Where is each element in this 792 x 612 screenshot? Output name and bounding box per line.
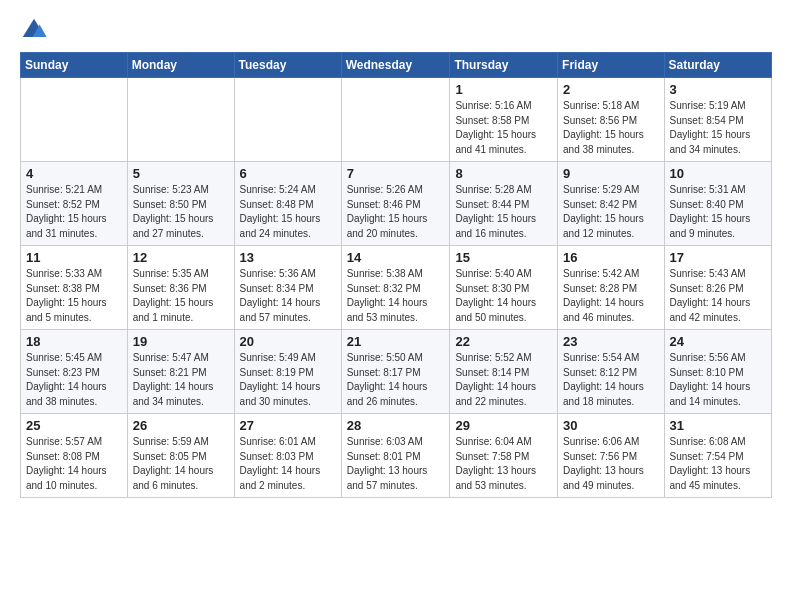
weekday-wednesday: Wednesday: [341, 53, 450, 78]
day-info: Sunrise: 6:08 AM Sunset: 7:54 PM Dayligh…: [670, 435, 766, 493]
day-cell: 1Sunrise: 5:16 AM Sunset: 8:58 PM Daylig…: [450, 78, 558, 162]
page: SundayMondayTuesdayWednesdayThursdayFrid…: [0, 0, 792, 508]
day-cell: 6Sunrise: 5:24 AM Sunset: 8:48 PM Daylig…: [234, 162, 341, 246]
day-number: 24: [670, 334, 766, 349]
day-number: 1: [455, 82, 552, 97]
day-info: Sunrise: 6:01 AM Sunset: 8:03 PM Dayligh…: [240, 435, 336, 493]
day-number: 6: [240, 166, 336, 181]
weekday-friday: Friday: [558, 53, 664, 78]
day-cell: 23Sunrise: 5:54 AM Sunset: 8:12 PM Dayli…: [558, 330, 664, 414]
day-info: Sunrise: 5:36 AM Sunset: 8:34 PM Dayligh…: [240, 267, 336, 325]
day-cell: 20Sunrise: 5:49 AM Sunset: 8:19 PM Dayli…: [234, 330, 341, 414]
day-number: 17: [670, 250, 766, 265]
day-number: 11: [26, 250, 122, 265]
day-cell: [21, 78, 128, 162]
day-cell: 19Sunrise: 5:47 AM Sunset: 8:21 PM Dayli…: [127, 330, 234, 414]
week-row-4: 18Sunrise: 5:45 AM Sunset: 8:23 PM Dayli…: [21, 330, 772, 414]
day-cell: 13Sunrise: 5:36 AM Sunset: 8:34 PM Dayli…: [234, 246, 341, 330]
day-info: Sunrise: 5:31 AM Sunset: 8:40 PM Dayligh…: [670, 183, 766, 241]
day-number: 20: [240, 334, 336, 349]
day-cell: 9Sunrise: 5:29 AM Sunset: 8:42 PM Daylig…: [558, 162, 664, 246]
day-number: 31: [670, 418, 766, 433]
day-number: 22: [455, 334, 552, 349]
day-cell: 4Sunrise: 5:21 AM Sunset: 8:52 PM Daylig…: [21, 162, 128, 246]
day-number: 3: [670, 82, 766, 97]
day-cell: 2Sunrise: 5:18 AM Sunset: 8:56 PM Daylig…: [558, 78, 664, 162]
day-number: 13: [240, 250, 336, 265]
day-info: Sunrise: 5:23 AM Sunset: 8:50 PM Dayligh…: [133, 183, 229, 241]
day-info: Sunrise: 5:33 AM Sunset: 8:38 PM Dayligh…: [26, 267, 122, 325]
weekday-monday: Monday: [127, 53, 234, 78]
day-number: 30: [563, 418, 658, 433]
day-number: 9: [563, 166, 658, 181]
day-cell: 12Sunrise: 5:35 AM Sunset: 8:36 PM Dayli…: [127, 246, 234, 330]
day-cell: 24Sunrise: 5:56 AM Sunset: 8:10 PM Dayli…: [664, 330, 771, 414]
day-info: Sunrise: 5:26 AM Sunset: 8:46 PM Dayligh…: [347, 183, 445, 241]
week-row-5: 25Sunrise: 5:57 AM Sunset: 8:08 PM Dayli…: [21, 414, 772, 498]
day-cell: 10Sunrise: 5:31 AM Sunset: 8:40 PM Dayli…: [664, 162, 771, 246]
day-number: 10: [670, 166, 766, 181]
day-info: Sunrise: 5:28 AM Sunset: 8:44 PM Dayligh…: [455, 183, 552, 241]
day-info: Sunrise: 5:19 AM Sunset: 8:54 PM Dayligh…: [670, 99, 766, 157]
day-number: 14: [347, 250, 445, 265]
day-number: 7: [347, 166, 445, 181]
day-info: Sunrise: 6:03 AM Sunset: 8:01 PM Dayligh…: [347, 435, 445, 493]
day-info: Sunrise: 5:56 AM Sunset: 8:10 PM Dayligh…: [670, 351, 766, 409]
day-cell: 28Sunrise: 6:03 AM Sunset: 8:01 PM Dayli…: [341, 414, 450, 498]
week-row-1: 1Sunrise: 5:16 AM Sunset: 8:58 PM Daylig…: [21, 78, 772, 162]
day-number: 2: [563, 82, 658, 97]
day-cell: 30Sunrise: 6:06 AM Sunset: 7:56 PM Dayli…: [558, 414, 664, 498]
day-info: Sunrise: 5:59 AM Sunset: 8:05 PM Dayligh…: [133, 435, 229, 493]
day-cell: 11Sunrise: 5:33 AM Sunset: 8:38 PM Dayli…: [21, 246, 128, 330]
day-cell: 22Sunrise: 5:52 AM Sunset: 8:14 PM Dayli…: [450, 330, 558, 414]
day-cell: [234, 78, 341, 162]
day-info: Sunrise: 6:06 AM Sunset: 7:56 PM Dayligh…: [563, 435, 658, 493]
day-info: Sunrise: 5:40 AM Sunset: 8:30 PM Dayligh…: [455, 267, 552, 325]
day-number: 15: [455, 250, 552, 265]
weekday-header-row: SundayMondayTuesdayWednesdayThursdayFrid…: [21, 53, 772, 78]
day-cell: 7Sunrise: 5:26 AM Sunset: 8:46 PM Daylig…: [341, 162, 450, 246]
weekday-sunday: Sunday: [21, 53, 128, 78]
day-cell: 8Sunrise: 5:28 AM Sunset: 8:44 PM Daylig…: [450, 162, 558, 246]
day-info: Sunrise: 5:16 AM Sunset: 8:58 PM Dayligh…: [455, 99, 552, 157]
day-number: 4: [26, 166, 122, 181]
logo: [20, 16, 52, 44]
day-info: Sunrise: 5:18 AM Sunset: 8:56 PM Dayligh…: [563, 99, 658, 157]
header: [20, 16, 772, 44]
day-cell: 21Sunrise: 5:50 AM Sunset: 8:17 PM Dayli…: [341, 330, 450, 414]
day-cell: 16Sunrise: 5:42 AM Sunset: 8:28 PM Dayli…: [558, 246, 664, 330]
logo-icon: [20, 16, 48, 44]
weekday-saturday: Saturday: [664, 53, 771, 78]
day-number: 5: [133, 166, 229, 181]
day-info: Sunrise: 5:54 AM Sunset: 8:12 PM Dayligh…: [563, 351, 658, 409]
day-cell: 17Sunrise: 5:43 AM Sunset: 8:26 PM Dayli…: [664, 246, 771, 330]
day-cell: 5Sunrise: 5:23 AM Sunset: 8:50 PM Daylig…: [127, 162, 234, 246]
week-row-2: 4Sunrise: 5:21 AM Sunset: 8:52 PM Daylig…: [21, 162, 772, 246]
day-info: Sunrise: 5:35 AM Sunset: 8:36 PM Dayligh…: [133, 267, 229, 325]
day-cell: [341, 78, 450, 162]
day-info: Sunrise: 5:29 AM Sunset: 8:42 PM Dayligh…: [563, 183, 658, 241]
week-row-3: 11Sunrise: 5:33 AM Sunset: 8:38 PM Dayli…: [21, 246, 772, 330]
day-cell: 14Sunrise: 5:38 AM Sunset: 8:32 PM Dayli…: [341, 246, 450, 330]
day-number: 21: [347, 334, 445, 349]
day-info: Sunrise: 5:57 AM Sunset: 8:08 PM Dayligh…: [26, 435, 122, 493]
day-info: Sunrise: 5:47 AM Sunset: 8:21 PM Dayligh…: [133, 351, 229, 409]
day-info: Sunrise: 5:45 AM Sunset: 8:23 PM Dayligh…: [26, 351, 122, 409]
day-info: Sunrise: 5:42 AM Sunset: 8:28 PM Dayligh…: [563, 267, 658, 325]
day-number: 29: [455, 418, 552, 433]
day-info: Sunrise: 5:24 AM Sunset: 8:48 PM Dayligh…: [240, 183, 336, 241]
day-info: Sunrise: 5:43 AM Sunset: 8:26 PM Dayligh…: [670, 267, 766, 325]
day-info: Sunrise: 5:21 AM Sunset: 8:52 PM Dayligh…: [26, 183, 122, 241]
day-cell: 25Sunrise: 5:57 AM Sunset: 8:08 PM Dayli…: [21, 414, 128, 498]
day-cell: 3Sunrise: 5:19 AM Sunset: 8:54 PM Daylig…: [664, 78, 771, 162]
calendar: SundayMondayTuesdayWednesdayThursdayFrid…: [20, 52, 772, 498]
day-info: Sunrise: 5:52 AM Sunset: 8:14 PM Dayligh…: [455, 351, 552, 409]
day-info: Sunrise: 5:38 AM Sunset: 8:32 PM Dayligh…: [347, 267, 445, 325]
weekday-thursday: Thursday: [450, 53, 558, 78]
day-number: 19: [133, 334, 229, 349]
day-cell: [127, 78, 234, 162]
day-number: 12: [133, 250, 229, 265]
day-cell: 27Sunrise: 6:01 AM Sunset: 8:03 PM Dayli…: [234, 414, 341, 498]
day-number: 28: [347, 418, 445, 433]
day-number: 16: [563, 250, 658, 265]
